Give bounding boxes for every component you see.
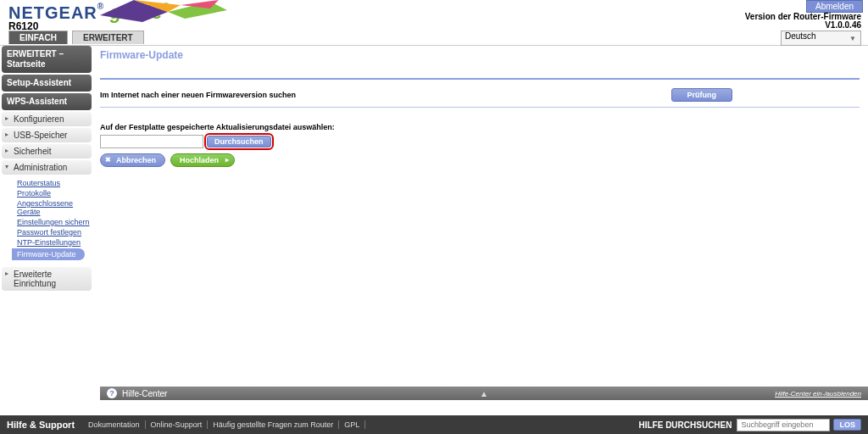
- sidebar-item-administration[interactable]: Administration: [2, 160, 92, 175]
- language-value: Deutsch: [785, 31, 816, 41]
- body-area: ERWEITERT – Startseite Setup-Assistent W…: [0, 46, 868, 400]
- upload-button[interactable]: Hochladen: [170, 153, 235, 167]
- help-center-title: Hilfe-Center: [122, 389, 167, 398]
- sidebar-item-adv-setup[interactable]: Erweiterte Einrichtung: [2, 267, 92, 291]
- language-select[interactable]: Deutsch: [781, 31, 861, 46]
- admin-link-attached[interactable]: Angeschlossene Geräte: [17, 199, 92, 216]
- admin-link-router-status[interactable]: Routerstatus: [17, 179, 92, 187]
- admin-link-backup[interactable]: Einstellungen sichern: [17, 218, 92, 226]
- divider-thin: [100, 107, 860, 108]
- sidebar-item-setup-wizard[interactable]: Setup-Assistent: [2, 75, 92, 92]
- sidebar-item-wps-wizard[interactable]: WPS-Assistent: [2, 93, 92, 110]
- sidebar: ERWEITERT – Startseite Setup-Assistent W…: [0, 46, 93, 400]
- admin-submenu: Routerstatus Protokolle Angeschlossene G…: [2, 176, 92, 267]
- sidebar-item-configure[interactable]: Konfigurieren: [2, 112, 92, 126]
- help-center-bar[interactable]: ? Hilfe-Center ▲ Hilfe-Center ein-/ausbl…: [100, 387, 868, 400]
- content-panel: Firmware-Update Im Internet nach einer n…: [93, 46, 868, 400]
- file-select-label: Auf der Festplatte gespeicherte Aktualis…: [100, 123, 860, 131]
- header: NETGEAR® genie® R6120 Abmelden Version d…: [0, 0, 868, 25]
- firmware-version-value: V1.0.0.46: [825, 20, 861, 30]
- cancel-button[interactable]: Abbrechen: [100, 153, 165, 167]
- sidebar-item-security[interactable]: Sicherheit: [2, 144, 92, 159]
- help-center-toggle[interactable]: Hilfe-Center ein-/ausblenden: [775, 390, 861, 398]
- admin-link-firmware[interactable]: Firmware-Update: [12, 248, 85, 260]
- sidebar-item-adv-home[interactable]: ERWEITERT – Startseite: [2, 46, 92, 73]
- swoosh-graphic: [100, 0, 253, 22]
- tab-bar: EINFACH ERWEITERT: [0, 31, 868, 46]
- file-row: Durchsuchen: [100, 135, 860, 148]
- check-firmware-text: Im Internet nach einer neuen Firmwarever…: [100, 91, 671, 99]
- divider: [100, 78, 860, 80]
- help-icon: ?: [107, 388, 117, 398]
- page-title: Firmware-Update: [100, 49, 860, 61]
- tab-basic[interactable]: EINFACH: [8, 31, 68, 44]
- footer-title: Hilfe & Support: [7, 420, 75, 430]
- footer-go-button[interactable]: LOS: [833, 419, 861, 431]
- footer: Hilfe & Support Dokumentation Online-Sup…: [0, 415, 868, 434]
- chevron-up-icon: ▲: [480, 389, 488, 398]
- footer-link-docs[interactable]: Dokumentation: [83, 420, 146, 429]
- admin-link-password[interactable]: Passwort festlegen: [17, 228, 92, 236]
- footer-link-faq[interactable]: Häufig gestellte Fragen zum Router: [208, 420, 339, 429]
- brand-gear: GEAR: [45, 3, 97, 22]
- admin-link-ntp[interactable]: NTP-Einstellungen: [17, 238, 92, 247]
- footer-link-online[interactable]: Online-Support: [146, 420, 209, 429]
- browse-button[interactable]: Durchsuchen: [207, 136, 271, 147]
- admin-link-logs[interactable]: Protokolle: [17, 189, 92, 198]
- check-button[interactable]: Prüfung: [671, 88, 733, 102]
- footer-search-input[interactable]: [737, 419, 830, 431]
- brand-net: NET: [8, 3, 45, 22]
- footer-link-gpl[interactable]: GPL: [339, 420, 365, 429]
- file-path-input[interactable]: [100, 135, 203, 148]
- sidebar-item-usb-storage[interactable]: USB-Speicher: [2, 128, 92, 142]
- action-row: Abbrechen Hochladen: [100, 153, 860, 167]
- check-firmware-row: Im Internet nach einer neuen Firmwarever…: [100, 88, 860, 102]
- tab-advanced[interactable]: ERWEITERT: [72, 31, 144, 44]
- footer-search-label: HILFE DURCHSUCHEN: [638, 420, 732, 430]
- logout-button[interactable]: Abmelden: [806, 0, 863, 13]
